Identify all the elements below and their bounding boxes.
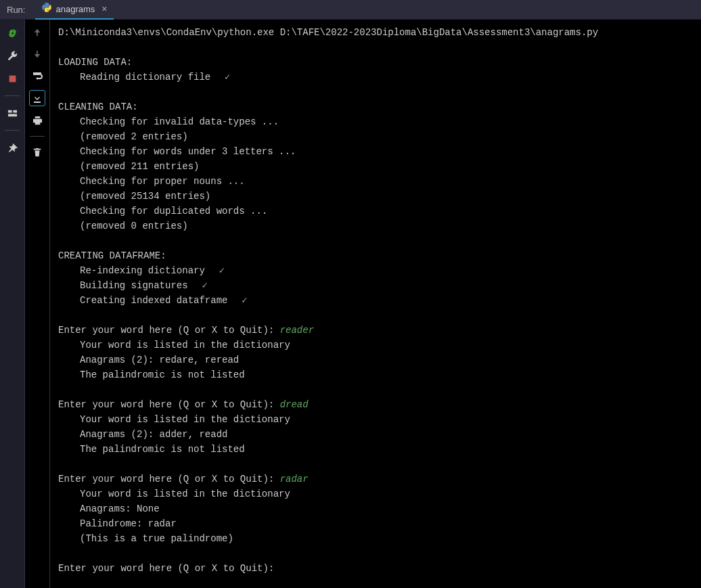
run-label: Run: (0, 5, 32, 15)
trash-icon[interactable] (30, 145, 45, 160)
stop-icon[interactable] (5, 71, 20, 86)
rerun-icon[interactable] (5, 25, 20, 40)
scroll-to-end-icon[interactable] (29, 90, 45, 106)
layout-icon[interactable] (5, 106, 20, 120)
svg-rect-3 (7, 114, 16, 116)
left-gutter (0, 20, 25, 588)
svg-rect-2 (13, 110, 17, 112)
wrench-icon[interactable] (5, 48, 20, 63)
svg-rect-0 (9, 75, 16, 82)
close-icon[interactable]: × (101, 3, 107, 14)
console-text: D:\Miniconda3\envs\CondaEnv\python.exe D… (58, 25, 693, 576)
run-tab[interactable]: anagrams × (35, 0, 114, 20)
print-icon[interactable] (30, 113, 45, 128)
run-header: Run: anagrams × (0, 0, 701, 20)
pin-icon[interactable] (5, 140, 20, 155)
run-panel: D:\Miniconda3\envs\CondaEnv\python.exe D… (0, 20, 701, 588)
up-arrow-icon[interactable] (30, 25, 45, 40)
svg-rect-1 (7, 110, 12, 112)
console-output[interactable]: D:\Miniconda3\envs\CondaEnv\python.exe D… (50, 20, 701, 588)
console-gutter (25, 20, 50, 588)
soft-wrap-icon[interactable] (30, 68, 45, 83)
tab-name: anagrams (55, 4, 95, 14)
python-icon (42, 3, 51, 15)
down-arrow-icon[interactable] (30, 47, 45, 62)
